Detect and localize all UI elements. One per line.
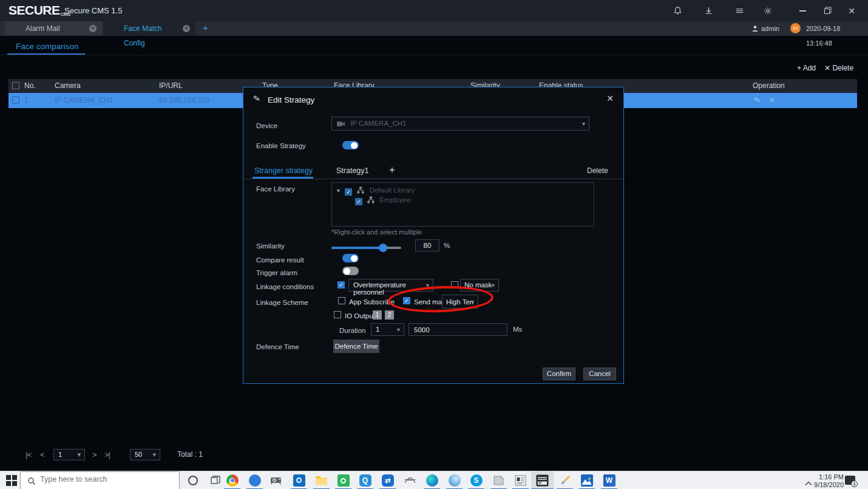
condition1-select[interactable]: Overtemperature personnel ▾ — [348, 279, 433, 292]
cms-app-icon[interactable] — [531, 471, 554, 489]
gear-icon[interactable] — [762, 5, 774, 17]
close-button[interactable]: ✕ — [846, 5, 858, 17]
word-icon[interactable]: W — [598, 471, 620, 489]
green-app-icon[interactable] — [332, 471, 354, 489]
add-strategy-button[interactable]: + — [389, 164, 395, 176]
prev-page-button[interactable]: < — [40, 450, 44, 459]
brush-app-icon[interactable] — [554, 471, 576, 489]
search-input[interactable] — [40, 475, 174, 484]
projector-icon[interactable] — [266, 471, 288, 489]
avatar[interactable]: 92 — [790, 23, 801, 33]
doc-viewer-icon[interactable] — [509, 471, 532, 489]
similarity-input[interactable] — [415, 239, 439, 251]
duration-input[interactable] — [409, 323, 507, 336]
col-operation[interactable]: Operation — [753, 81, 785, 90]
first-page-button[interactable]: |< — [25, 450, 31, 459]
row-checkbox[interactable] — [12, 97, 19, 104]
cortana-icon[interactable] — [182, 471, 205, 489]
page-size-select[interactable]: 50▾ — [130, 449, 160, 460]
app-subscribe-label: App Subscribe — [349, 298, 395, 306]
device-select[interactable]: IP CAMERA_CH1 ▾ — [331, 117, 589, 131]
dialog-close-icon[interactable]: ✕ — [606, 94, 614, 103]
windows-taskbar: O Q ⇄ S — [0, 471, 868, 489]
defence-time-button[interactable]: Defence Time — [333, 340, 379, 353]
tab-strategy1[interactable]: Strategy1 — [336, 166, 369, 175]
download-icon[interactable] — [702, 5, 714, 17]
app-subscribe-checkbox[interactable] — [338, 297, 345, 304]
notification-icon[interactable]: 1 — [845, 476, 855, 485]
tab-stranger-strategy[interactable]: Stranger strategy — [254, 166, 313, 175]
condition2-select[interactable]: No mask ▾ — [460, 279, 499, 292]
cancel-button[interactable]: Cancel — [583, 368, 616, 380]
add-button[interactable]: + Add — [797, 64, 816, 72]
io-output-2-button[interactable]: 2 — [385, 310, 394, 320]
tab-label: Alarm Mail — [25, 24, 60, 33]
trigger-alarm-toggle[interactable] — [342, 267, 359, 275]
swirl-app-icon[interactable] — [443, 471, 466, 489]
q-app-icon[interactable]: Q — [354, 471, 376, 489]
send-mail-checkbox[interactable]: ✓ — [403, 297, 410, 304]
send-mail-option-select[interactable]: High Ten ▾ — [442, 295, 478, 309]
page-select[interactable]: 1▾ — [53, 449, 85, 460]
delete-button[interactable]: ✕ Delete — [824, 64, 853, 72]
outlook-icon[interactable]: O — [288, 471, 310, 489]
tray-clock[interactable]: 1:16 PM 9/18/2020 — [814, 473, 844, 488]
page-tab-face-comparison[interactable]: Face comparison — [16, 42, 79, 51]
compare-result-toggle[interactable] — [342, 254, 359, 262]
similarity-slider[interactable] — [331, 247, 401, 249]
app-logo: SECURECMS — [8, 3, 70, 18]
tray-expand-icon[interactable] — [805, 477, 812, 488]
edge-icon[interactable] — [421, 471, 443, 489]
photos-icon[interactable] — [575, 471, 598, 489]
row-delete-icon[interactable]: ✕ — [769, 97, 775, 104]
trigger-alarm-label: Trigger alarm — [256, 269, 297, 276]
col-ip-url[interactable]: IP/URL — [159, 81, 183, 90]
tree-node-default-library[interactable]: Default Library — [370, 186, 415, 194]
taskbar-search[interactable] — [20, 471, 180, 489]
tab-close-icon[interactable]: ✕ — [183, 25, 190, 32]
start-button[interactable] — [6, 475, 17, 486]
restore-button[interactable] — [821, 5, 833, 17]
overtemperature-checkbox[interactable]: ✓ — [337, 281, 345, 289]
io-output-1-button[interactable]: 1 — [373, 310, 382, 320]
no-mask-checkbox[interactable] — [451, 281, 458, 289]
io-output-checkbox[interactable] — [334, 311, 341, 318]
tree-node-employee[interactable]: Employee — [379, 196, 410, 203]
user-icon — [751, 25, 759, 32]
face-library-tree[interactable]: ▾ ✓ Default Library ✓ Employee — [331, 182, 594, 227]
slider-thumb[interactable] — [379, 244, 387, 252]
tree-checkbox[interactable]: ✓ — [345, 188, 352, 196]
tab-label: Face Match Config — [124, 24, 162, 47]
col-no[interactable]: No. — [24, 81, 36, 90]
bench-tool-icon[interactable] — [399, 471, 421, 489]
col-camera[interactable]: Camera — [55, 81, 81, 90]
select-all-checkbox[interactable] — [12, 82, 19, 89]
enable-strategy-toggle[interactable] — [342, 141, 359, 149]
next-page-button[interactable]: > — [92, 450, 97, 459]
skype-icon[interactable]: S — [465, 471, 487, 489]
tree-checkbox[interactable]: ✓ — [355, 198, 362, 205]
notification-badge: 1 — [851, 480, 858, 487]
tab-face-match-config[interactable]: Face Match Config ✕ — [103, 21, 195, 36]
delete-strategy-button[interactable]: Delete — [587, 166, 608, 175]
username[interactable]: admin — [761, 21, 779, 36]
teamviewer-icon[interactable]: ⇄ — [376, 471, 399, 489]
duration-select[interactable]: 1 ▾ — [371, 323, 404, 336]
bell-icon[interactable] — [671, 5, 683, 17]
tab-alarm-mail[interactable]: Alarm Mail ✕ — [5, 21, 102, 36]
tab-close-icon[interactable]: ✕ — [89, 25, 97, 32]
edit-strategy-dialog: ✎ Edit Strategy ✕ Device IP CAMERA_CH1 ▾… — [243, 87, 624, 384]
minimize-button[interactable] — [796, 5, 809, 17]
row-edit-icon[interactable]: ✎ — [753, 95, 761, 105]
sketchbook-icon[interactable] — [487, 471, 510, 489]
file-explorer-icon[interactable] — [310, 471, 333, 489]
blue-circle-app-icon[interactable] — [243, 471, 266, 489]
new-tab-button[interactable]: + — [203, 22, 208, 33]
confirm-button[interactable]: Confirm — [543, 368, 575, 380]
last-page-button[interactable]: >| — [104, 450, 110, 459]
chrome-icon[interactable] — [221, 471, 243, 489]
tree-caret-icon[interactable]: ▾ — [337, 187, 340, 194]
caret-down-icon: ▾ — [492, 281, 495, 288]
menu-icon[interactable] — [733, 5, 745, 17]
add-label: Add — [803, 64, 816, 72]
